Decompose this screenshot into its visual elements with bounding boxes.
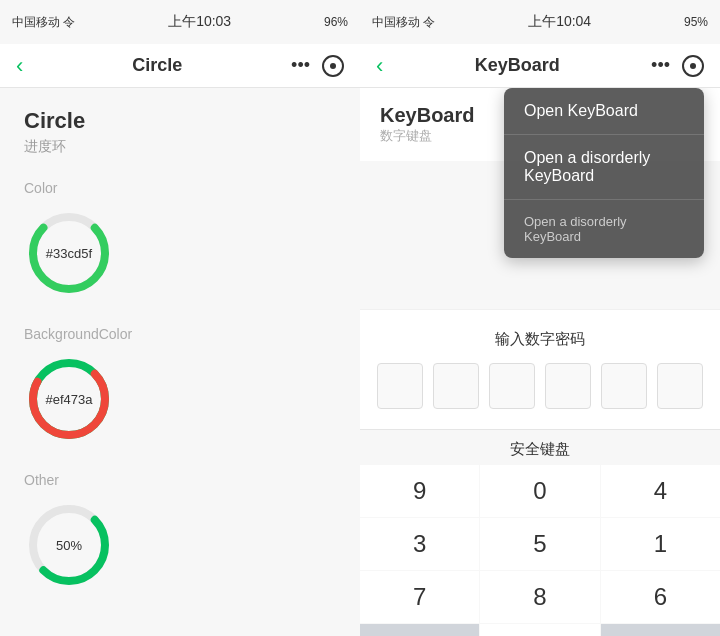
left-section-title: Circle — [24, 108, 336, 134]
left-battery: 96% — [324, 15, 348, 29]
key-5[interactable]: 5 — [480, 518, 599, 570]
other-circle-label: 50% — [56, 538, 82, 553]
password-section: 输入数字密码 — [360, 309, 720, 429]
left-section-subtitle: 进度环 — [24, 138, 336, 156]
other-label: Other — [24, 472, 336, 488]
dropdown-item-1[interactable]: Open a disorderly KeyBoard — [504, 135, 704, 200]
right-carrier: 中国移动 令 — [372, 14, 435, 31]
color-circle-label: #33cd5f — [46, 246, 92, 261]
key-1[interactable]: 1 — [601, 518, 720, 570]
dropdown-overlay: Open KeyBoard Open a disorderly KeyBoard… — [504, 88, 704, 258]
right-nav-title: KeyBoard — [475, 55, 560, 76]
left-panel: 中国移动 令 上午10:03 96% ‹ Circle ••• Circle 进… — [0, 0, 360, 636]
left-nav-actions: ••• — [291, 55, 344, 77]
key-cancel[interactable]: 取消 — [360, 624, 479, 636]
password-dots-row — [376, 363, 704, 409]
left-menu-button[interactable]: ••• — [291, 55, 310, 76]
right-time: 上午10:04 — [528, 13, 591, 31]
right-target-button[interactable] — [682, 55, 704, 77]
right-menu-button[interactable]: ••• — [651, 55, 670, 76]
dropdown-item-0[interactable]: Open KeyBoard — [504, 88, 704, 135]
bgcolor-circle-label: #ef473a — [46, 392, 93, 407]
password-label: 输入数字密码 — [376, 330, 704, 349]
other-circle-container: 50% — [24, 500, 336, 590]
color-circle: #33cd5f — [24, 208, 114, 298]
key-9[interactable]: 9 — [360, 465, 479, 517]
left-nav-title: Circle — [132, 55, 182, 76]
key-6[interactable]: 6 — [601, 571, 720, 623]
left-carrier: 中国移动 令 — [12, 14, 75, 31]
color-circle-container: #33cd5f — [24, 208, 336, 298]
right-status-bar: 中国移动 令 上午10:04 95% — [360, 0, 720, 44]
password-dot-5 — [601, 363, 647, 409]
other-circle: 50% — [24, 500, 114, 590]
password-dot-3 — [489, 363, 535, 409]
color-label: Color — [24, 180, 336, 196]
right-nav-bar: ‹ KeyBoard ••• — [360, 44, 720, 88]
password-dot-1 — [377, 363, 423, 409]
password-dot-6 — [657, 363, 703, 409]
password-dot-4 — [545, 363, 591, 409]
right-back-button[interactable]: ‹ — [376, 53, 383, 79]
key-2[interactable]: 2 — [480, 624, 599, 636]
key-7[interactable]: 7 — [360, 571, 479, 623]
password-dot-2 — [433, 363, 479, 409]
left-back-button[interactable]: ‹ — [16, 53, 23, 79]
key-3[interactable]: 3 — [360, 518, 479, 570]
right-content-area: KeyBoard 数字键盘 Open KeyBoard Open a disor… — [360, 88, 720, 636]
bgcolor-circle: #ef473a — [24, 354, 114, 444]
left-status-bar: 中国移动 令 上午10:03 96% — [0, 0, 360, 44]
left-time: 上午10:03 — [168, 13, 231, 31]
key-delete[interactable]: × — [601, 624, 720, 636]
right-panel: 中国移动 令 上午10:04 95% ‹ KeyBoard ••• KeyBoa… — [360, 0, 720, 636]
secure-keyboard-label: 安全键盘 — [360, 429, 720, 465]
bgcolor-circle-container: #ef473a — [24, 354, 336, 444]
right-nav-actions: ••• — [651, 55, 704, 77]
right-battery: 95% — [684, 15, 708, 29]
left-content: Circle 进度环 Color #33cd5f BackgroundColor… — [0, 88, 360, 636]
left-nav-bar: ‹ Circle ••• — [0, 44, 360, 88]
key-8[interactable]: 8 — [480, 571, 599, 623]
left-target-button[interactable] — [322, 55, 344, 77]
key-0[interactable]: 0 — [480, 465, 599, 517]
key-4[interactable]: 4 — [601, 465, 720, 517]
keyboard-grid: 9 0 4 3 5 1 7 8 6 取消 2 × — [360, 465, 720, 636]
password-section-wrapper: 输入数字密码 安全键盘 9 0 4 3 5 — [360, 309, 720, 636]
bgcolor-label: BackgroundColor — [24, 326, 336, 342]
dropdown-item-2[interactable]: Open a disorderly KeyBoard — [504, 200, 704, 258]
